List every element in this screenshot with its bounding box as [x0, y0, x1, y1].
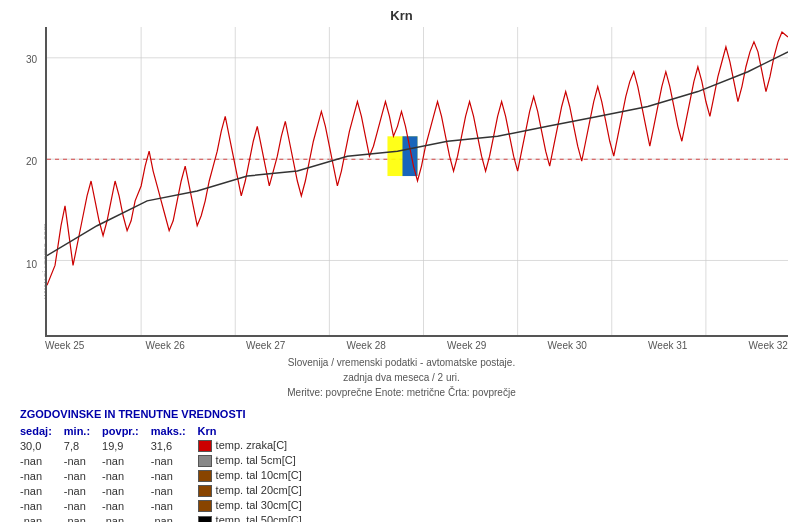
- legend-row: -nan-nan-nan-nantemp. tal 30cm[C]: [20, 498, 314, 513]
- legend-color-box: [198, 516, 212, 522]
- legend-title: ZGODOVINSKE IN TRENUTNE VREDNOSTI: [20, 408, 803, 420]
- x-label-w28: Week 28: [347, 340, 386, 351]
- chart-area: [45, 27, 788, 337]
- legend-row: -nan-nan-nan-nantemp. tal 20cm[C]: [20, 483, 314, 498]
- y-axis-labels: 30 20 10: [0, 28, 42, 338]
- subtitle-line2: zadnja dva meseca / 2 uri.: [0, 370, 803, 385]
- legend-header-krn: Krn: [198, 424, 314, 438]
- subtitle-line3: Meritve: povprečne Enote: metrične Črta:…: [0, 385, 803, 400]
- legend-color-label: temp. tal 20cm[C]: [198, 483, 314, 498]
- chart-svg: [47, 27, 788, 335]
- y-label-20: 20: [26, 156, 37, 167]
- x-axis-labels: Week 25 Week 26 Week 27 Week 28 Week 29 …: [45, 337, 788, 351]
- chart-container: www.si-vreme.com Krn 30 20 10: [0, 0, 803, 522]
- legend-row: -nan-nan-nan-nantemp. tal 5cm[C]: [20, 453, 314, 468]
- legend-header-povpr: povpr.:: [102, 424, 151, 438]
- legend-color-label: temp. tal 50cm[C]: [198, 513, 314, 522]
- legend-color-box: [198, 455, 212, 467]
- legend-color-label: temp. tal 30cm[C]: [198, 498, 314, 513]
- y-label-10: 10: [26, 258, 37, 269]
- legend-table: sedaj: min.: povpr.: maks.: Krn 30,07,81…: [20, 424, 314, 522]
- subtitle-line1: Slovenija / vremenski podatki - avtomats…: [0, 355, 803, 370]
- subtitle-area: Slovenija / vremenski podatki - avtomats…: [0, 355, 803, 400]
- legend-color-box: [198, 440, 212, 452]
- x-label-w31: Week 31: [648, 340, 687, 351]
- y-label-30: 30: [26, 54, 37, 65]
- x-label-w32: Week 32: [749, 340, 788, 351]
- legend-row: 30,07,819,931,6temp. zraka[C]: [20, 438, 314, 453]
- legend-row: -nan-nan-nan-nantemp. tal 50cm[C]: [20, 513, 314, 522]
- x-label-w25: Week 25: [45, 340, 84, 351]
- legend-color-label: temp. zraka[C]: [198, 438, 314, 453]
- x-label-w29: Week 29: [447, 340, 486, 351]
- legend-color-box: [198, 485, 212, 497]
- legend-color-label: temp. tal 5cm[C]: [198, 453, 314, 468]
- svg-rect-12: [402, 136, 417, 176]
- x-label-w30: Week 30: [548, 340, 587, 351]
- legend-color-box: [198, 470, 212, 482]
- legend-color-box: [198, 500, 212, 512]
- legend-header-maks: maks.:: [151, 424, 198, 438]
- chart-title: Krn: [0, 0, 803, 27]
- x-label-w26: Week 26: [146, 340, 185, 351]
- legend-header-sedaj: sedaj:: [20, 424, 64, 438]
- legend-header-min: min.:: [64, 424, 102, 438]
- legend-color-label: temp. tal 10cm[C]: [198, 468, 314, 483]
- legend-row: -nan-nan-nan-nantemp. tal 10cm[C]: [20, 468, 314, 483]
- x-label-w27: Week 27: [246, 340, 285, 351]
